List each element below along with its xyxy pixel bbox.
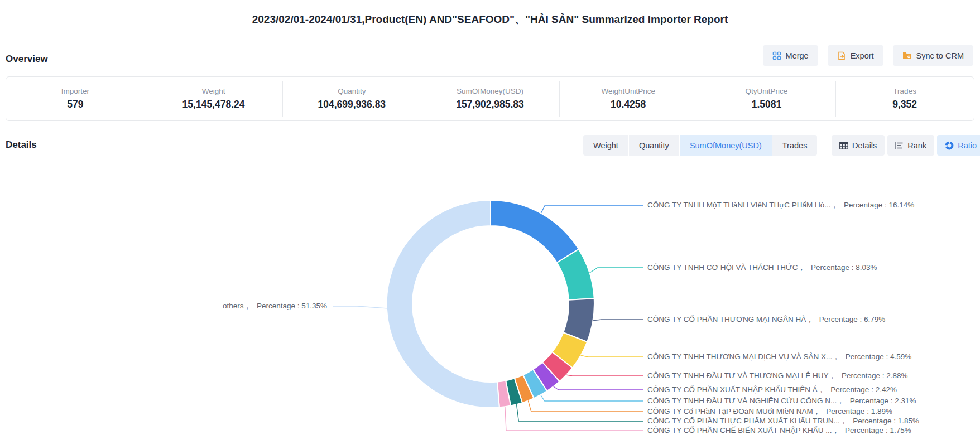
chart-label-name: CÔNG TY TNHH CƠ HỘI VÀ THÁCH THỨC， xyxy=(647,263,805,272)
chart-label-percent: Percentage : 6.79% xyxy=(819,315,886,323)
chart-label-name: CÔNG TY CỔ PHẦN THƯƠNG MẠI NGÂN HÀ， xyxy=(647,315,814,323)
chart-label-percent: Percentage : 2.42% xyxy=(830,385,897,394)
donut-chart-svg xyxy=(0,0,980,435)
leader-line-3 xyxy=(581,355,643,357)
donut-slice-10[interactable] xyxy=(387,200,499,408)
chart-label-name: CÔNG TY CỔ PHẦN THỰC PHẨM XUẤT KHẨU TRUN… xyxy=(647,417,847,425)
chart-label-name: CÔNG TY TNHH ĐẦU TƯ VÀ NGHIÊN CỨU CÔNG N… xyxy=(647,397,844,405)
chart-label-percent: Percentage : 8.03% xyxy=(811,263,877,272)
chart-label-9: CÔNG TY CỔ PHẦN CHẾ BIẾN XUẤT NHẬP KHẨU … xyxy=(647,425,911,435)
chart-label-percent: Percentage : 4.59% xyxy=(846,352,912,361)
chart-label-percent: Percentage : 1.85% xyxy=(853,417,919,425)
chart-label-name: CÔNG TY TNHH ĐẦU TƯ VÀ THƯƠNG MẠI LÊ HUY… xyxy=(647,371,836,380)
chart-label-others: others，Percentage : 51.35% xyxy=(223,301,327,312)
leader-line-4 xyxy=(566,375,643,376)
chart-label-3: CÔNG TY TNHH THƯƠNG MẠI DỊCH VỤ VÀ SẢN X… xyxy=(647,351,911,362)
leader-line-6 xyxy=(541,395,643,401)
leader-line-8 xyxy=(517,404,643,421)
chart-label-percent: Percentage : 51.35% xyxy=(257,302,327,310)
chart-label-percent: Percentage : 16.14% xyxy=(844,201,914,209)
leader-line-7 xyxy=(528,400,643,412)
chart-label-2: CÔNG TY CỔ PHẦN THƯƠNG MẠI NGÂN HÀ，Perce… xyxy=(647,314,885,325)
chart-label-percent: Percentage : 2.31% xyxy=(850,397,916,405)
chart-label-6: CÔNG TY TNHH ĐẦU TƯ VÀ NGHIÊN CỨU CÔNG N… xyxy=(647,395,916,407)
chart-label-4: CÔNG TY TNHH ĐẦU TƯ VÀ THƯƠNG MẠI LÊ HUY… xyxy=(647,370,908,381)
chart-label-name: CÔNG TY TNHH MộT THàNH VIêN THựC PHẩM Hò… xyxy=(647,201,838,209)
importer-ratio-donut-chart: CÔNG TY TNHH MộT THàNH VIêN THựC PHẩM Hò… xyxy=(0,0,980,435)
chart-label-percent: Percentage : 2.88% xyxy=(842,371,908,380)
chart-label-percent: Percentage : 1.89% xyxy=(826,407,892,415)
chart-label-name: CÔNG TY TNHH THƯƠNG MẠI DỊCH VỤ VÀ SẢN X… xyxy=(647,352,840,361)
importer-report-page: 2023/02/01-2024/01/31,Product(EN) AND"SE… xyxy=(0,0,980,435)
chart-label-name: CÔNG TY CỔ PHẦN XUẤT NHẬP KHẨU THIÊN Á， xyxy=(647,385,825,394)
chart-label-1: CÔNG TY TNHH CƠ HỘI VÀ THÁCH THỨC，Percen… xyxy=(647,262,877,273)
chart-label-percent: Percentage : 1.75% xyxy=(845,426,911,434)
leader-line-9 xyxy=(505,407,643,431)
leader-line-1 xyxy=(589,268,643,273)
chart-label-name: others， xyxy=(223,302,251,310)
leader-line-2 xyxy=(593,320,643,321)
chart-label-name: CÔNG TY CỔ PHẦN CHẾ BIẾN XUẤT NHẬP KHẨU … xyxy=(647,426,839,434)
chart-label-name: CÔNG TY Cổ PHầN TậP ĐOàN MUốI MIềN NAM， xyxy=(647,407,820,415)
donut-slice-0[interactable] xyxy=(491,200,579,263)
leader-line-others xyxy=(333,306,387,308)
leader-line-5 xyxy=(554,386,643,390)
chart-label-0: CÔNG TY TNHH MộT THàNH VIêN THựC PHẩM Hò… xyxy=(647,200,914,211)
leader-line-0 xyxy=(541,205,643,213)
chart-label-5: CÔNG TY CỔ PHẦN XUẤT NHẬP KHẨU THIÊN Á，P… xyxy=(647,384,897,395)
